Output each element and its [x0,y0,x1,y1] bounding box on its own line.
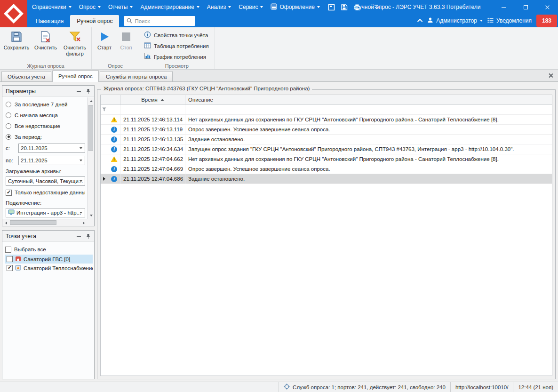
radio-last-7-days[interactable]: За последние 7 дней [6,99,85,110]
radio-period[interactable]: За период: [6,131,85,142]
point-item-gvs[interactable]: Санаторий ГВС [0] [5,255,93,264]
detach-window-icon[interactable] [327,3,336,11]
menubar: Справочники Опрос Отчеты Администрирован… [28,0,381,14]
menu-references[interactable]: Справочники [28,0,75,14]
tab-manual-poll[interactable]: Ручной опрос [70,15,119,27]
checkbox-icon[interactable] [7,256,13,262]
chevron-down-icon[interactable] [77,156,85,165]
collapse-panel-icon[interactable] [76,233,81,239]
date-from-field[interactable]: 20.11.2025 [18,144,85,153]
ribbon-collapse-icon[interactable] [417,19,422,24]
consumption-chart-icon [144,53,151,60]
scroll-left-icon[interactable] [2,219,9,226]
log-row[interactable]: 21.11.2025 12:47:04.669 Опрос завершен. … [101,164,552,174]
description-cell: Нет архивных данных для сохранения по ГК… [185,115,552,124]
scrollbar-thumb[interactable] [10,220,56,225]
minimize-button[interactable] [493,0,515,14]
log-row[interactable]: 21.11.2025 12:46:34.634 Запущен опрос за… [101,144,552,154]
scrollbar-thumb[interactable] [88,105,93,151]
radio-icon[interactable] [6,102,11,107]
points-panel: Точки учета Выбрать все Санаторий ГВС [0… [2,230,95,379]
scroll-right-icon[interactable] [80,219,87,226]
date-from-row: с: 20.11.2025 [6,142,85,154]
checkbox-icon[interactable] [5,247,11,253]
radio-icon[interactable] [6,123,11,129]
user-menu-button[interactable]: Администратор [427,14,483,27]
filter-time-cell[interactable] [120,105,185,114]
ribbon-group-label: Журнал опроса [0,63,91,69]
save-quick-icon[interactable] [340,3,349,11]
doctab-accounting-objects[interactable]: Объекты учета [1,71,51,81]
save-icon [10,31,23,43]
date-to-field[interactable]: 21.11.2025 [18,156,85,165]
minimize-icon [502,7,506,8]
column-header-description[interactable]: Описание [185,95,552,104]
checkbox-icon[interactable] [6,190,12,196]
log-row-icon [111,127,117,133]
pin-icon[interactable] [85,233,91,239]
start-button[interactable]: Старт [94,29,115,53]
column-header-time[interactable]: Время [120,95,185,104]
params-horizontal-scrollbar[interactable] [2,219,87,226]
time-cell: 21.11.2025 12:47:04.662 [120,154,185,164]
menu-reports[interactable]: Отчеты [104,0,136,14]
select-all-row[interactable]: Выбрать все [5,244,93,255]
server-url[interactable]: http://localhost:10010/ [451,382,513,392]
only-missing-checkbox-row[interactable]: Только недостающие данные [6,187,85,198]
menu-administration[interactable]: Администрирование [136,0,203,14]
close-document-icon[interactable] [548,73,553,78]
scroll-up-icon[interactable] [88,97,95,104]
log-row[interactable]: 21.11.2025 12:46:13.114 Нет архивных дан… [101,115,552,125]
time-cell: 21.11.2025 12:47:04.686 [120,174,185,184]
menu-service[interactable]: Сервис [235,0,267,14]
close-button[interactable] [536,0,558,14]
chevron-down-icon[interactable] [77,144,85,152]
save-button[interactable]: Сохранить [2,29,31,53]
log-row[interactable]: 21.11.2025 12:46:13.135 Задание остановл… [101,135,552,144]
tab-label: Навигация [36,18,64,24]
tab-label: Ручной опрос [58,73,93,79]
notifications-count-badge[interactable]: 183 [536,15,557,27]
stop-button[interactable]: Стоп [115,29,137,53]
menu-appearance[interactable]: Оформление [267,0,323,14]
doctab-services-ports[interactable]: Службы и порты опроса [100,71,173,81]
consumption-chart-button[interactable]: График потребления [141,52,213,62]
scroll-down-icon[interactable] [88,212,95,219]
log-row[interactable]: 21.11.2025 12:47:04.686 Задание остановл… [101,174,552,184]
header-icon-cell [108,95,120,104]
heat-meter-icon [15,264,21,272]
params-vertical-scrollbar[interactable] [87,97,94,219]
point-item-heating[interactable]: Санаторий Теплоснабжение [8] [5,264,93,272]
collapse-panel-icon[interactable] [76,88,81,94]
menu-analysis[interactable]: Анализ [203,0,235,14]
pin-icon[interactable] [85,88,91,94]
radio-month-start[interactable]: С начала месяца [6,110,85,120]
menu-poll[interactable]: Опрос [75,0,104,14]
filter-description-cell[interactable] [185,105,552,114]
checkbox-icon[interactable] [7,265,13,271]
maximize-button[interactable] [515,0,536,14]
log-row-icon [111,166,117,172]
services-icon [284,384,290,391]
connection-select[interactable]: Интеграция - app3 - http... [6,208,85,217]
doctab-manual-poll[interactable]: Ручной опрос [52,70,99,82]
consumption-table-button[interactable]: Таблица потребления [141,41,213,51]
radio-all-missing[interactable]: Все недостающие [6,120,85,131]
archives-select[interactable]: Суточный, Часовой, Текущи... [6,176,85,186]
clear-button[interactable]: Очистить [31,29,60,53]
filter-icon-cell[interactable] [108,105,120,114]
search-input[interactable] [135,18,192,24]
params-body: За последние 7 дней С начала месяца Все … [2,97,87,219]
tab-navigation[interactable]: Навигация [29,15,70,27]
chevron-down-icon[interactable] [77,177,85,185]
log-row[interactable]: 21.11.2025 12:47:04.662 Нет архивных дан… [101,154,552,164]
radio-icon[interactable] [6,112,11,118]
notifications-button[interactable]: Уведомления [487,14,532,27]
point-properties-button[interactable]: Свойства точки учёта [141,30,213,40]
radio-icon[interactable] [6,134,11,140]
chevron-down-icon[interactable] [77,208,85,217]
log-row[interactable]: 21.11.2025 12:46:13.119 Опрос завершен. … [101,125,552,135]
clear-filter-button[interactable]: Очистить фильтр [60,29,89,58]
grid-filter-row[interactable] [101,105,552,115]
chevron-down-icon [480,20,483,22]
